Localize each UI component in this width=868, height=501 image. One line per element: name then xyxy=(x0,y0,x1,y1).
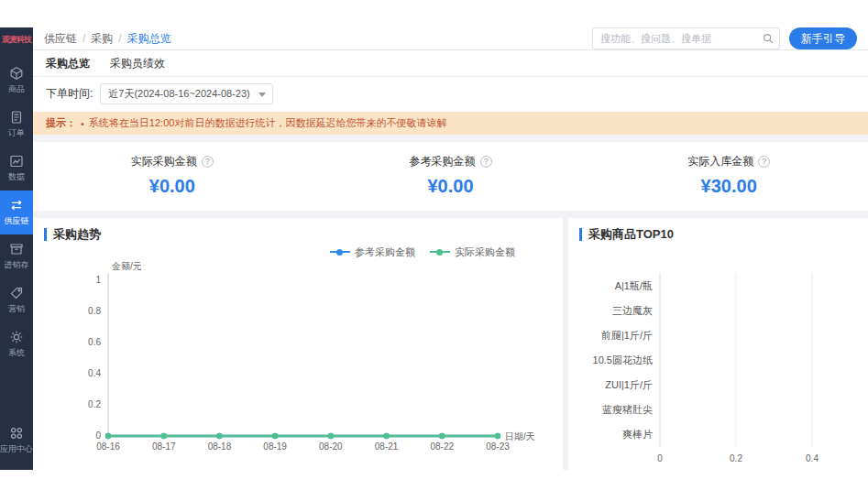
svg-text:前腿|1斤/斤: 前腿|1斤/斤 xyxy=(600,330,653,341)
stat-label: 实际入库金额 xyxy=(687,155,753,168)
gear-icon xyxy=(9,330,24,344)
search-input[interactable] xyxy=(592,27,780,49)
marketing-icon xyxy=(9,286,24,300)
breadcrumb-item[interactable]: 供应链 xyxy=(44,31,77,47)
order-time-label: 下单时间: xyxy=(46,86,93,102)
stat-item: 实际采购金额?¥0.00 xyxy=(33,154,312,197)
tab-performance[interactable]: 采购员绩效 xyxy=(110,56,165,71)
panel-top: 采购总览采购员绩效 下单时间: 近7天(2024-08-16~2024-08-2… xyxy=(33,50,868,112)
legend-label: 参考采购金额 xyxy=(355,245,415,259)
sidebar-item-marketing[interactable]: 营销 xyxy=(0,278,33,322)
sidebar-item-document[interactable]: 订单 xyxy=(0,103,33,147)
sidebar-item-label: 进销存 xyxy=(5,259,29,271)
sidebar-item-chart[interactable]: 数据 xyxy=(0,147,33,191)
svg-text:1: 1 xyxy=(95,275,101,285)
svg-text:08-20: 08-20 xyxy=(319,441,343,452)
chart-legend: 参考采购金额实际采购金额 xyxy=(44,244,552,260)
charts-row: 采购趋势 参考采购金额实际采购金额 00.20.40.60.81金额/元08-1… xyxy=(33,218,868,470)
sidebar-item-app-center[interactable]: 应用中心 xyxy=(0,420,33,461)
svg-text:0.4: 0.4 xyxy=(88,368,101,378)
stat-label-row: 参考采购金额? xyxy=(312,154,590,169)
svg-text:ZUI|1斤/斤: ZUI|1斤/斤 xyxy=(605,379,653,390)
svg-text:08-22: 08-22 xyxy=(430,441,454,452)
notice-text: 系统将在当日12:00对前日的数据进行统计，因数据延迟给您带来的不便敬请谅解 xyxy=(89,116,447,130)
order-time-value: 近7天(2024-08-16~2024-08-23) xyxy=(108,88,249,99)
info-icon[interactable]: ? xyxy=(758,156,770,168)
app-window: 观麦科技 商品订单数据供应链进销存营销系统 应用中心 供应链/采购/采购总览 新… xyxy=(0,27,868,470)
main-content: 供应链/采购/采购总览 新手引导 采购总览采购员绩效 下单时间: 近7天(202… xyxy=(33,27,868,470)
svg-text:08-23: 08-23 xyxy=(486,441,510,452)
app-grid-icon xyxy=(9,426,24,441)
chart-icon xyxy=(9,154,24,169)
svg-text:08-21: 08-21 xyxy=(375,441,399,452)
line-chart: 00.20.40.60.81金额/元08-1608-1708-1808-1908… xyxy=(44,260,552,469)
stat-label: 实际采购金额 xyxy=(131,155,197,168)
filter-row: 下单时间: 近7天(2024-08-16~2024-08-23) xyxy=(33,77,868,112)
document-icon xyxy=(9,110,24,125)
guide-button[interactable]: 新手引导 xyxy=(789,27,857,49)
sidebar-item-inventory[interactable]: 进销存 xyxy=(0,234,33,278)
sidebar-item-gear[interactable]: 系统 xyxy=(0,322,33,366)
svg-text:A|1瓶/瓶: A|1瓶/瓶 xyxy=(615,280,653,291)
breadcrumb-item[interactable]: 采购 xyxy=(91,31,113,47)
purchase-trend-title-row: 采购趋势 xyxy=(44,225,552,244)
app-logo: 观麦科技 xyxy=(1,27,32,48)
sidebar-item-label: 营销 xyxy=(8,303,25,315)
stats-card: 实际采购金额?¥0.00参考采购金额?¥0.00实际入库金额?¥30.00 xyxy=(33,142,868,211)
stat-label-row: 实际入库金额? xyxy=(589,154,868,169)
info-icon[interactable]: ? xyxy=(480,156,492,168)
chart-title: 采购趋势 xyxy=(53,226,101,243)
sidebar-item-label: 系统 xyxy=(8,347,25,359)
sidebar-item-label: 应用中心 xyxy=(0,443,33,455)
bar-chart: 00.20.4A|1瓶/瓶三边魔灰前腿|1斤/斤10.5圆花边纸ZUI|1斤/斤… xyxy=(579,244,868,470)
topbar-right: 新手引导 xyxy=(592,27,857,49)
legend-item[interactable]: 实际采购金额 xyxy=(430,245,515,259)
svg-text:0.6: 0.6 xyxy=(88,337,101,347)
svg-text:08-17: 08-17 xyxy=(152,441,176,452)
chevron-down-icon xyxy=(258,93,266,97)
stat-value: ¥30.00 xyxy=(589,176,868,197)
sidebar-item-box[interactable]: 商品 xyxy=(0,59,33,103)
tab-overview[interactable]: 采购总览 xyxy=(46,56,90,71)
search-icon[interactable] xyxy=(762,32,775,45)
stat-label: 参考采购金额 xyxy=(410,155,476,168)
legend-line-icon xyxy=(430,251,450,253)
svg-text:0.2: 0.2 xyxy=(730,453,742,463)
sidebar-item-supply[interactable]: 供应链 xyxy=(0,191,33,234)
svg-text:10.5圆花边纸: 10.5圆花边纸 xyxy=(593,354,653,365)
notice-bullet: • xyxy=(81,118,84,129)
order-time-select[interactable]: 近7天(2024-08-16~2024-08-23) xyxy=(100,83,272,104)
legend-dot-icon xyxy=(436,249,443,256)
breadcrumb-separator: / xyxy=(82,32,85,45)
legend-line-icon xyxy=(330,251,350,253)
info-icon[interactable]: ? xyxy=(202,156,214,168)
svg-text:爽棒片: 爽棒片 xyxy=(622,429,653,440)
breadcrumb: 供应链/采购/采购总览 xyxy=(44,31,171,47)
svg-text:0: 0 xyxy=(657,453,663,463)
sidebar: 观麦科技 商品订单数据供应链进销存营销系统 应用中心 xyxy=(0,27,33,470)
breadcrumb-item[interactable]: 采购总览 xyxy=(127,31,171,47)
tabs: 采购总览采购员绩效 xyxy=(33,50,868,77)
sidebar-item-label: 数据 xyxy=(8,171,25,183)
sidebar-item-label: 订单 xyxy=(8,127,25,139)
sidebar-item-label: 供应链 xyxy=(5,215,29,227)
stat-item: 实际入库金额?¥30.00 xyxy=(589,154,868,197)
sidebar-nav: 商品订单数据供应链进销存营销系统 xyxy=(0,59,33,366)
stat-value: ¥0.00 xyxy=(312,176,590,197)
svg-text:08-19: 08-19 xyxy=(263,441,287,452)
topbar: 供应链/采购/采购总览 新手引导 xyxy=(33,27,868,50)
stat-value: ¥0.00 xyxy=(33,176,312,197)
notice-bar: 提示： • 系统将在当日12:00对前日的数据进行统计，因数据延迟给您带来的不便… xyxy=(33,112,868,135)
svg-text:三边魔灰: 三边魔灰 xyxy=(612,305,653,316)
box-icon xyxy=(9,66,24,81)
legend-label: 实际采购金额 xyxy=(455,245,515,259)
top10-title-row: 采购商品TOP10 xyxy=(579,225,857,244)
supply-icon xyxy=(9,198,24,212)
svg-text:蓝瘦猪肚尖: 蓝瘦猪肚尖 xyxy=(602,404,653,415)
legend-item[interactable]: 参考采购金额 xyxy=(330,245,415,259)
svg-text:0.4: 0.4 xyxy=(806,453,819,463)
chart-title: 采购商品TOP10 xyxy=(588,226,674,243)
stat-item: 参考采购金额?¥0.00 xyxy=(312,154,590,197)
svg-text:0: 0 xyxy=(95,430,101,441)
svg-text:0.2: 0.2 xyxy=(88,399,101,409)
